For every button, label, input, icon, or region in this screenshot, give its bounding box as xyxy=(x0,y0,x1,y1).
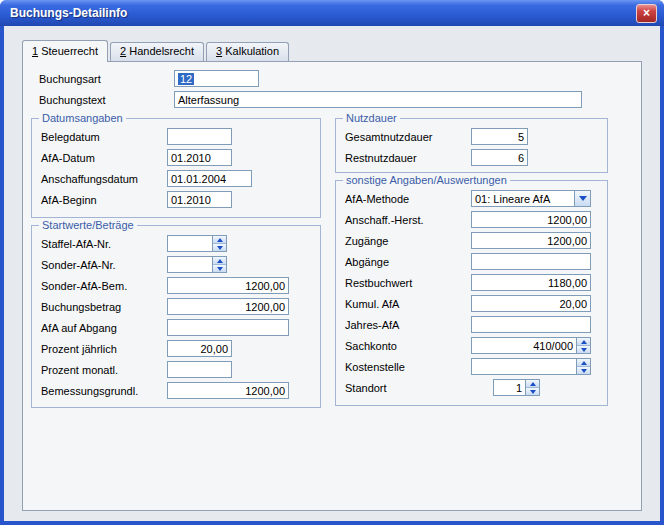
spinner xyxy=(212,236,226,251)
kostenstelle-input[interactable] xyxy=(471,358,591,375)
buchungsart-input[interactable]: 12 xyxy=(174,70,259,87)
abgaenge-label: Abgänge xyxy=(336,256,471,268)
prozent-jaehrlich-input[interactable]: 20,00 xyxy=(167,340,232,357)
spin-down-button[interactable] xyxy=(213,264,226,272)
close-icon: × xyxy=(643,6,650,20)
restnutzdauer-label: Restnutzdauer xyxy=(336,152,471,164)
chevron-down-icon xyxy=(579,196,587,201)
restbuchwert-label: Restbuchwert xyxy=(336,277,471,289)
tab-label: Steuerrecht xyxy=(38,45,98,57)
prozent-monatl-input[interactable] xyxy=(167,361,232,378)
tab-kalkulation[interactable]: 3 Kalkulation xyxy=(206,42,289,61)
dialog-window: Buchungs-Detailinfo × 1 Steuerrecht 2 Ha… xyxy=(0,0,664,525)
bemessungsgrundl-label: Bemessungsgrundl. xyxy=(32,385,167,397)
selected-text: 12 xyxy=(178,73,194,85)
spin-up-button[interactable] xyxy=(213,257,226,264)
restbuchwert-input[interactable]: 1180,00 xyxy=(471,274,591,291)
spin-up-button[interactable] xyxy=(577,338,590,345)
jahres-afa-input[interactable] xyxy=(471,316,591,333)
tab-steuerrecht[interactable]: 1 Steuerrecht xyxy=(22,40,108,62)
spin-up-icon xyxy=(217,259,223,263)
buchungsart-label: Buchungsart xyxy=(36,73,174,85)
tab-label: Handelsrecht xyxy=(126,45,194,57)
standort-input[interactable]: 1 xyxy=(493,379,540,396)
afa-methode-select[interactable]: 01: Lineare AfA xyxy=(471,190,591,207)
spin-down-icon xyxy=(581,369,587,373)
group-title: Datumsangaben xyxy=(39,112,126,125)
spin-down-icon xyxy=(581,348,587,352)
sonder-afa-bem-input[interactable]: 1200,00 xyxy=(167,277,289,294)
buchungsart-row: Buchungsart 12 xyxy=(36,68,641,89)
spin-down-button[interactable] xyxy=(213,243,226,251)
restnutzdauer-input[interactable]: 6 xyxy=(471,149,528,166)
kumul-afa-label: Kumul. AfA xyxy=(336,298,471,310)
group-startwerte-betraege: Startwerte/Beträge Staffel-AfA-Nr. Sonde… xyxy=(31,225,321,408)
tab-page-steuerrecht: Buchungsart 12 Buchungstext Alterfassung… xyxy=(22,61,642,511)
sonder-afa-bem-label: Sonder-AfA-Bem. xyxy=(32,280,167,292)
close-button[interactable]: × xyxy=(636,4,657,23)
sachkonto-input[interactable]: 410/000 xyxy=(471,337,591,354)
dialog-client-area: 1 Steuerrecht 2 Handelsrecht 3 Kalkulati… xyxy=(4,26,660,521)
group-nutzdauer: Nutzdauer Gesamtnutzdauer 5 Restnutzdaue… xyxy=(335,118,608,173)
spin-down-icon xyxy=(217,267,223,271)
group-sonstige-angaben: sonstige Angaben/Auswertungen AfA-Method… xyxy=(335,180,608,406)
group-title: Startwerte/Beträge xyxy=(39,219,137,232)
spinner xyxy=(576,338,590,353)
abgaenge-input[interactable] xyxy=(471,253,591,270)
buchungstext-label: Buchungstext xyxy=(36,94,174,106)
kumul-afa-input[interactable]: 20,00 xyxy=(471,295,591,312)
belegdatum-label: Belegdatum xyxy=(32,131,167,143)
spin-up-icon xyxy=(581,361,587,365)
afa-beginn-input[interactable]: 01.2010 xyxy=(167,191,232,208)
spin-down-button[interactable] xyxy=(577,366,590,374)
tab-handelsrecht[interactable]: 2 Handelsrecht xyxy=(110,42,204,61)
titlebar[interactable]: Buchungs-Detailinfo × xyxy=(0,0,664,26)
anschaffungsdatum-label: Anschaffungsdatum xyxy=(32,173,167,185)
spin-up-icon xyxy=(581,340,587,344)
dropdown-button[interactable] xyxy=(574,191,590,206)
zugaenge-input[interactable]: 1200,00 xyxy=(471,232,591,249)
afa-auf-abgang-label: AfA auf Abgang xyxy=(32,322,167,334)
prozent-monatl-label: Prozent monatl. xyxy=(32,364,167,376)
buchungstext-row: Buchungstext Alterfassung xyxy=(36,89,641,110)
spin-up-button[interactable] xyxy=(526,380,539,387)
kostenstelle-label: Kostenstelle xyxy=(336,361,471,373)
spinner xyxy=(525,380,539,395)
zugaenge-label: Zugänge xyxy=(336,235,471,247)
group-title: Nutzdauer xyxy=(343,112,400,125)
anschaff-herst-label: Anschaff.-Herst. xyxy=(336,214,471,226)
spin-down-button[interactable] xyxy=(577,345,590,353)
spin-up-button[interactable] xyxy=(213,236,226,243)
spinner xyxy=(576,359,590,374)
jahres-afa-label: Jahres-AfA xyxy=(336,319,471,331)
afa-datum-label: AfA-Datum xyxy=(32,152,167,164)
staffel-afa-nr-input[interactable] xyxy=(167,235,227,252)
belegdatum-input[interactable] xyxy=(167,128,232,145)
spin-down-icon xyxy=(530,390,536,394)
anschaffungsdatum-input[interactable]: 01.01.2004 xyxy=(167,170,252,187)
spin-up-icon xyxy=(217,238,223,242)
afa-auf-abgang-input[interactable] xyxy=(167,319,289,336)
group-datumsangaben: Datumsangaben Belegdatum AfA-Datum 01.20… xyxy=(31,118,321,218)
buchungsbetrag-input[interactable]: 1200,00 xyxy=(167,298,289,315)
gesamtnutzdauer-label: Gesamtnutzdauer xyxy=(336,131,471,143)
tab-bar: 1 Steuerrecht 2 Handelsrecht 3 Kalkulati… xyxy=(22,39,660,61)
spin-down-button[interactable] xyxy=(526,387,539,395)
bemessungsgrundl-input[interactable]: 1200,00 xyxy=(167,382,289,399)
afa-methode-label: AfA-Methode xyxy=(336,193,471,205)
buchungsbetrag-label: Buchungsbetrag xyxy=(32,301,167,313)
buchungstext-input[interactable]: Alterfassung xyxy=(174,91,582,108)
standort-label: Standort xyxy=(336,382,471,394)
spin-up-icon xyxy=(530,382,536,386)
afa-datum-input[interactable]: 01.2010 xyxy=(167,149,232,166)
spinner xyxy=(212,257,226,272)
prozent-jaehrlich-label: Prozent jährlich xyxy=(32,343,167,355)
anschaff-herst-input[interactable]: 1200,00 xyxy=(471,211,591,228)
tab-label: Kalkulation xyxy=(222,45,279,57)
spin-up-button[interactable] xyxy=(577,359,590,366)
group-title: sonstige Angaben/Auswertungen xyxy=(343,174,510,187)
afa-beginn-label: AfA-Beginn xyxy=(32,194,167,206)
gesamtnutzdauer-input[interactable]: 5 xyxy=(471,128,528,145)
sonder-afa-nr-input[interactable] xyxy=(167,256,227,273)
staffel-afa-nr-label: Staffel-AfA-Nr. xyxy=(32,238,167,250)
